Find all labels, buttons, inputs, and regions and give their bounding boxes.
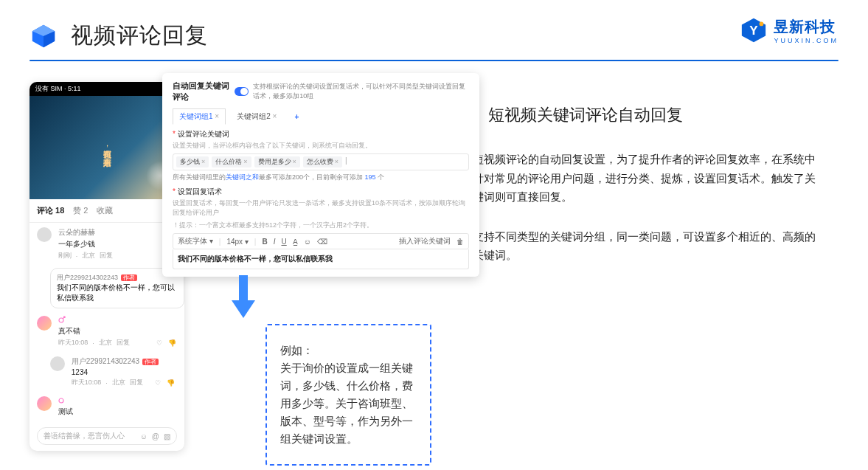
svg-point-7	[59, 398, 63, 403]
comment-time: 昨天10:08	[72, 378, 102, 387]
page-title: 视频评论回复	[71, 21, 208, 51]
reply-link[interactable]: 回复	[117, 338, 130, 348]
input-placeholder: 善语结善缘，恶言伤人心	[44, 431, 125, 441]
phone-mockup: 没有 SIM · 5:11 有笑也有泪，后来有人陪 评论 18 赞 2 收藏 云…	[29, 82, 184, 451]
reply-text: 我们不同的版本价格不一样，您可以私信联系我	[57, 283, 178, 303]
bold-button[interactable]: B	[262, 238, 267, 246]
comment-text: 测试	[58, 407, 176, 417]
keyword-add-cursor[interactable]: |	[345, 156, 347, 167]
keyword-section-hint: 设置关键词，当评论框内容包含了以下关键词，则系统可自动回复。	[173, 141, 469, 151]
comment-text: 一年多少钱	[58, 239, 176, 249]
font-family-select[interactable]: 系统字体 ▾	[178, 236, 213, 246]
reply-user: 用户2299214302243	[57, 274, 118, 281]
gender-icon	[58, 396, 66, 404]
logo-sub-text: YUUXIN.COM	[774, 37, 839, 44]
comment-location: 北京	[112, 378, 125, 387]
brand-logo: Y 昱新科技 YUUXIN.COM	[740, 16, 839, 44]
emoji-icon[interactable]: ☺	[140, 432, 147, 440]
clear-button[interactable]: ⌫	[317, 238, 327, 246]
gender-icon	[58, 316, 66, 323]
avatar	[50, 356, 65, 371]
underline-button[interactable]: U	[281, 238, 286, 246]
auto-reply-desc: 支持根据评论的关键词设置回复话术，可以针对不同类型关键词设置回复话术，最多添加1…	[253, 82, 469, 101]
svg-marker-9	[232, 300, 255, 318]
comment-time: 昨天10:08	[58, 338, 88, 348]
heart-icon[interactable]: ♡ 👎	[155, 379, 175, 387]
image-icon[interactable]: ▧	[164, 432, 170, 440]
example-lead: 例如：	[280, 342, 417, 359]
comment-item: 用户2299214302243作者 1234 昨天10:08·北京 回复 ♡ 👎	[29, 352, 184, 392]
tab-favorites[interactable]: 收藏	[97, 205, 113, 216]
logo-icon: Y	[740, 16, 768, 44]
section-heading: 短视频关键词评论自动回复	[488, 104, 683, 126]
emoji-button[interactable]: ☺	[304, 238, 311, 246]
logo-main-text: 昱新科技	[774, 17, 839, 37]
avatar	[37, 316, 52, 331]
add-group-button[interactable]: +	[288, 110, 305, 124]
comment-time: 刚刚	[58, 251, 72, 260]
heart-icon[interactable]: ♡ 👎	[156, 339, 176, 347]
comment-input[interactable]: 善语结善缘，恶言伤人心 ☺ @ ▧	[37, 427, 177, 445]
keyword-group-tab[interactable]: 关键词组1 ×	[173, 108, 226, 125]
keyword-chip[interactable]: 费用是多少×	[254, 156, 300, 167]
avatar	[37, 227, 52, 242]
keyword-chip[interactable]: 多少钱×	[176, 156, 209, 167]
keyword-chip[interactable]: 什么价格×	[212, 156, 251, 167]
font-size-select[interactable]: 14px ▾	[226, 238, 248, 246]
auto-reply-label: 自动回复关键词评论	[173, 80, 230, 103]
comment-item: 云朵的赫赫 一年多少钱 刚刚·北京 回复	[29, 223, 184, 265]
commenter-name: 云朵的赫赫	[58, 227, 176, 238]
author-badge: 作者	[142, 359, 159, 365]
video-thumbnail: 有笑也有泪，后来有人陪	[29, 96, 184, 199]
keyword-counter: 所有关键词组里的关键词之和最多可添加200个，目前剩余可添加 195 个	[173, 173, 469, 182]
auto-reply-toggle[interactable]	[235, 87, 249, 96]
example-body: 关于询价的设置成一组关键词，多少钱、什么价格，费用多少等。关于咨询班型、版本、型…	[280, 359, 417, 448]
at-icon[interactable]: @	[152, 432, 159, 440]
svg-point-5	[760, 22, 764, 27]
bullet-text: 支持不同类型的关键词分组，同一类问题，可设置多个相近的、高频的关键词。	[473, 227, 826, 265]
reply-section-hint: 设置回复话术，每回复一个用户评论只发送一条话术，最多支持设置10条不同话术，按添…	[173, 198, 469, 218]
box-icon	[29, 22, 58, 50]
comment-item: 真不错 昨天10:08·北京 回复 ♡ 👎	[29, 311, 184, 352]
tab-likes[interactable]: 赞 2	[73, 205, 88, 216]
tab-comments[interactable]: 评论 18	[37, 205, 64, 216]
author-badge: 作者	[121, 274, 137, 281]
commenter-name	[58, 316, 176, 325]
keyword-group-tab[interactable]: 关键词组2 ×	[230, 108, 283, 125]
commenter-name	[58, 396, 176, 405]
reply-user: 用户2299214302243	[72, 357, 139, 365]
keyword-input[interactable]: 多少钱× 什么价格× 费用是多少× 怎么收费× |	[173, 153, 469, 170]
comment-item: 测试	[29, 392, 184, 423]
editor-toolbar: 系统字体 ▾ | 14px ▾ | B I U A̲ ☺ ⌫ 插入评论关键词 🗑	[173, 233, 469, 249]
comment-location: 北京	[82, 251, 95, 260]
delete-button[interactable]: 🗑	[456, 238, 464, 246]
svg-rect-8	[239, 275, 248, 300]
comment-text: 1234	[72, 368, 175, 376]
reply-section-label: 设置回复话术	[178, 187, 222, 196]
settings-panel: 自动回复关键词评论 支持根据评论的关键词设置回复话术，可以针对不同类型关键词设置…	[162, 73, 479, 277]
color-button[interactable]: A̲	[293, 238, 298, 246]
editor-content[interactable]: 我们不同的版本价格不一样，您可以私信联系我	[173, 249, 469, 269]
bullet-text: 短视频评论的自动回复设置，为了提升作者的评论回复效率，在系统中针对常见的评论用户…	[473, 150, 826, 207]
keyword-chip[interactable]: 怎么收费×	[303, 156, 342, 167]
insert-keyword-button[interactable]: 插入评论关键词	[399, 236, 451, 246]
avatar	[37, 396, 52, 411]
reply-link[interactable]: 回复	[130, 378, 143, 387]
svg-text:Y: Y	[750, 24, 759, 38]
reply-section-tip: ！提示：一个富文本框最多支持512个字符，一个汉字占用2个字符。	[173, 221, 469, 230]
reply-link[interactable]: 回复	[100, 251, 113, 260]
arrow-icon	[229, 275, 258, 322]
phone-status-bar: 没有 SIM · 5:11	[29, 82, 184, 96]
comment-text: 真不错	[58, 326, 176, 336]
comment-location: 北京	[99, 338, 112, 348]
italic-button[interactable]: I	[274, 238, 276, 246]
keyword-section-label: 设置评论关键词	[178, 130, 229, 138]
example-callout: 例如： 关于询价的设置成一组关键词，多少钱、什么价格，费用多少等。关于咨询班型、…	[265, 324, 431, 466]
